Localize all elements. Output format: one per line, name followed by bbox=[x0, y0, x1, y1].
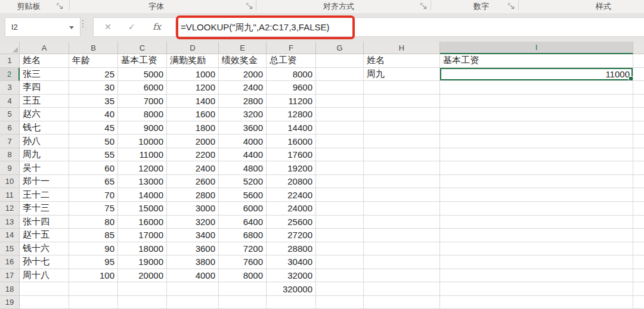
cell-F17[interactable]: 32000 bbox=[267, 269, 316, 283]
cell-C15[interactable]: 18000 bbox=[118, 242, 167, 256]
row-header-7[interactable]: 7 bbox=[0, 135, 20, 148]
cell-G13[interactable] bbox=[316, 216, 364, 229]
cell-G1[interactable] bbox=[316, 54, 364, 68]
cell-G18[interactable] bbox=[316, 282, 364, 296]
cell-I4[interactable] bbox=[440, 95, 633, 108]
cell-F5[interactable]: 12800 bbox=[267, 108, 316, 121]
cell-A14[interactable]: 赵十五 bbox=[20, 229, 69, 242]
cell-A2[interactable]: 张三 bbox=[20, 68, 69, 82]
cell-C10[interactable]: 13000 bbox=[118, 175, 167, 189]
cell-C11[interactable]: 14000 bbox=[118, 188, 167, 202]
cell-D18[interactable] bbox=[167, 282, 219, 296]
cell-A16[interactable]: 孙十七 bbox=[20, 255, 69, 269]
cell-G5[interactable] bbox=[316, 108, 364, 121]
cell-B8[interactable]: 55 bbox=[69, 148, 118, 162]
cell-B15[interactable]: 90 bbox=[69, 242, 118, 256]
cell-C18[interactable] bbox=[118, 282, 167, 296]
cell-G14[interactable] bbox=[316, 229, 364, 242]
cell-E15[interactable]: 7200 bbox=[219, 242, 267, 256]
row-header-6[interactable]: 6 bbox=[0, 121, 20, 135]
cell-F3[interactable]: 9600 bbox=[267, 81, 316, 95]
formula-bar[interactable]: ✕ ✓ fx =VLOOKUP("周九",A2:C17,3,FALSE) bbox=[93, 17, 644, 37]
cell-D7[interactable]: 2000 bbox=[167, 135, 219, 148]
cell-E19[interactable] bbox=[219, 296, 267, 309]
cell-C17[interactable]: 20000 bbox=[118, 269, 167, 283]
cell-E10[interactable]: 5200 bbox=[219, 175, 267, 189]
cell-I11[interactable] bbox=[440, 188, 633, 202]
cell-B2[interactable]: 25 bbox=[69, 68, 118, 82]
cell-D10[interactable]: 2600 bbox=[167, 175, 219, 189]
cell-B10[interactable]: 65 bbox=[69, 175, 118, 189]
cell-B4[interactable]: 35 bbox=[69, 95, 118, 108]
row-header-18[interactable]: 18 bbox=[0, 282, 20, 296]
cell-F14[interactable]: 27200 bbox=[267, 229, 316, 242]
cell-B3[interactable]: 30 bbox=[69, 81, 118, 95]
cell-F12[interactable]: 24000 bbox=[267, 202, 316, 216]
cell-E18[interactable] bbox=[219, 282, 267, 296]
cell-E16[interactable]: 7600 bbox=[219, 255, 267, 269]
alignment-dialog-launcher-icon[interactable] bbox=[420, 2, 428, 9]
cell-C3[interactable]: 6000 bbox=[118, 81, 167, 95]
cell-F6[interactable]: 14400 bbox=[267, 121, 316, 135]
cell-B11[interactable]: 70 bbox=[69, 188, 118, 202]
cell-A1[interactable]: 姓名 bbox=[20, 54, 69, 68]
row-header-5[interactable]: 5 bbox=[0, 108, 20, 121]
cell-C12[interactable]: 15000 bbox=[118, 202, 167, 216]
row-header-16[interactable]: 16 bbox=[0, 255, 20, 269]
cell-F18[interactable]: 320000 bbox=[267, 282, 316, 296]
cell-D1[interactable]: 满勤奖励 bbox=[167, 54, 219, 68]
cell-B12[interactable]: 75 bbox=[69, 202, 118, 216]
row-header-2[interactable]: 2 bbox=[0, 68, 20, 82]
row-header-12[interactable]: 12 bbox=[0, 202, 20, 216]
cell-G8[interactable] bbox=[316, 148, 364, 162]
cell-I7[interactable] bbox=[440, 135, 633, 148]
number-dialog-launcher-icon[interactable] bbox=[508, 2, 515, 9]
cell-D11[interactable]: 2800 bbox=[167, 188, 219, 202]
cell-H16[interactable] bbox=[364, 255, 440, 269]
cell-I19[interactable] bbox=[440, 296, 633, 309]
cell-E9[interactable]: 4800 bbox=[219, 161, 267, 175]
cell-I18[interactable] bbox=[440, 282, 633, 296]
cell-B14[interactable]: 85 bbox=[69, 229, 118, 242]
column-header-G[interactable]: G bbox=[316, 42, 364, 54]
insert-function-icon[interactable]: fx bbox=[153, 21, 161, 32]
cell-D9[interactable]: 2400 bbox=[167, 161, 219, 175]
row-header-17[interactable]: 17 bbox=[0, 269, 20, 283]
cell-E7[interactable]: 4000 bbox=[219, 135, 267, 148]
cell-A4[interactable]: 王五 bbox=[20, 95, 69, 108]
cell-G10[interactable] bbox=[316, 175, 364, 189]
cancel-icon[interactable]: ✕ bbox=[104, 22, 112, 32]
column-header-D[interactable]: D bbox=[167, 42, 219, 54]
cell-I3[interactable] bbox=[440, 81, 633, 95]
cell-I1[interactable]: 基本工资 bbox=[440, 54, 633, 68]
cell-F10[interactable]: 20800 bbox=[267, 175, 316, 189]
row-header-13[interactable]: 13 bbox=[0, 216, 20, 229]
formula-input[interactable]: =VLOOKUP("周九",A2:C17,3,FALSE) bbox=[181, 22, 330, 33]
cell-H4[interactable] bbox=[364, 95, 440, 108]
cell-E5[interactable]: 3200 bbox=[219, 108, 267, 121]
cell-E6[interactable]: 3600 bbox=[219, 121, 267, 135]
enter-icon[interactable]: ✓ bbox=[128, 22, 135, 32]
cell-C7[interactable]: 10000 bbox=[118, 135, 167, 148]
cell-A13[interactable]: 张十四 bbox=[20, 216, 69, 229]
cell-E8[interactable]: 4400 bbox=[219, 148, 267, 162]
cell-D2[interactable]: 1000 bbox=[167, 68, 219, 82]
cell-G4[interactable] bbox=[316, 95, 364, 108]
column-header-B[interactable]: B bbox=[69, 42, 118, 54]
cell-A15[interactable]: 钱十六 bbox=[20, 242, 69, 256]
column-header-H[interactable]: H bbox=[364, 42, 440, 54]
cell-F16[interactable]: 30400 bbox=[267, 255, 316, 269]
cell-F8[interactable]: 17600 bbox=[267, 148, 316, 162]
cell-F19[interactable] bbox=[267, 296, 316, 309]
cell-D3[interactable]: 1200 bbox=[167, 81, 219, 95]
cell-A7[interactable]: 孙八 bbox=[20, 135, 69, 148]
row-header-14[interactable]: 14 bbox=[0, 229, 20, 242]
cell-F2[interactable]: 8000 bbox=[267, 68, 316, 82]
cell-C4[interactable]: 7000 bbox=[118, 95, 167, 108]
cell-H11[interactable] bbox=[364, 188, 440, 202]
cell-H6[interactable] bbox=[364, 121, 440, 135]
cell-H10[interactable] bbox=[364, 175, 440, 189]
cell-F7[interactable]: 16000 bbox=[267, 135, 316, 148]
cell-D15[interactable]: 3600 bbox=[167, 242, 219, 256]
cell-F13[interactable]: 25600 bbox=[267, 216, 316, 229]
